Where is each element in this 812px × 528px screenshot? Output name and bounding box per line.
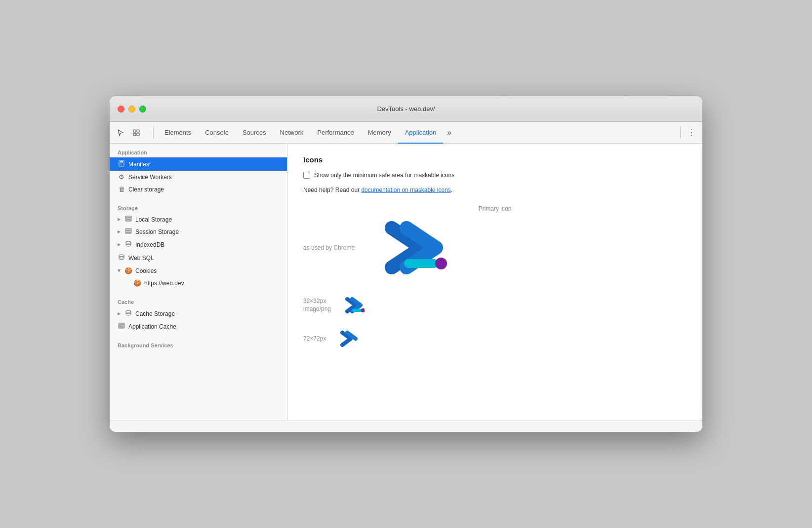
svg-rect-1 <box>137 130 139 132</box>
toolbar-tabs: Elements Console Sources Network Perform… <box>158 122 676 143</box>
devtools-window: DevTools - web.dev/ Elements Console <box>110 96 702 432</box>
sidebar: Application Manifest ⚙ Service Workers <box>110 144 287 420</box>
toolbar-right-divider <box>680 127 681 139</box>
cookies-label: Cookies <box>135 267 157 274</box>
statusbar <box>110 420 702 432</box>
sidebar-item-cookies-url[interactable]: 🍪 https://web.dev <box>110 277 287 289</box>
manifest-label: Manifest <box>128 161 151 168</box>
tab-performance[interactable]: Performance <box>310 122 361 144</box>
clear-storage-label: Clear storage <box>128 186 164 193</box>
svg-rect-18 <box>119 325 124 327</box>
tab-elements[interactable]: Elements <box>158 122 198 144</box>
svg-rect-0 <box>133 130 136 132</box>
inspect-icon[interactable] <box>129 126 143 140</box>
local-storage-expand-icon: ▶ <box>118 217 121 222</box>
sidebar-item-local-storage[interactable]: ▶ Local Storage <box>110 213 287 226</box>
help-text-suffix: . <box>451 187 452 193</box>
svg-rect-10 <box>125 220 131 221</box>
cookies-url-label: https://web.dev <box>144 280 184 287</box>
content-area: Icons Show only the minimum safe area fo… <box>287 144 702 420</box>
svg-rect-13 <box>125 232 131 233</box>
svg-rect-19 <box>119 327 124 328</box>
svg-rect-3 <box>137 133 139 136</box>
sidebar-item-manifest[interactable]: Manifest <box>110 157 287 171</box>
tab-console[interactable]: Console <box>198 122 236 144</box>
cookies-url-icon: 🍪 <box>133 279 141 287</box>
tab-application[interactable]: Application <box>398 122 444 144</box>
maskable-icons-label: Show only the minimum safe area for mask… <box>314 172 454 179</box>
cache-storage-icon <box>124 309 132 318</box>
indexeddb-label: IndexedDB <box>135 241 164 248</box>
toolbar: Elements Console Sources Network Perform… <box>110 122 702 144</box>
svg-rect-22 <box>352 309 362 312</box>
cache-storage-expand-icon: ▶ <box>118 311 121 316</box>
sidebar-item-session-storage[interactable]: ▶ Session Storage <box>110 226 287 238</box>
svg-rect-4 <box>119 160 124 166</box>
svg-point-14 <box>126 241 131 243</box>
background-services-section-label: Background Services <box>110 337 287 350</box>
sidebar-item-indexeddb[interactable]: ▶ IndexedDB <box>110 238 287 251</box>
indexeddb-icon <box>124 240 132 249</box>
cookies-icon: 🍪 <box>124 267 132 274</box>
svg-rect-12 <box>125 230 131 232</box>
svg-rect-9 <box>125 218 131 220</box>
icons-heading: Icons <box>303 155 687 164</box>
tab-sources[interactable]: Sources <box>236 122 273 144</box>
session-storage-label: Session Storage <box>135 228 179 235</box>
maskable-icons-row: Show only the minimum safe area for mask… <box>303 172 687 179</box>
indexeddb-expand-icon: ▶ <box>118 242 121 247</box>
tab-memory[interactable]: Memory <box>361 122 398 144</box>
minimize-button[interactable] <box>128 106 135 113</box>
cache-section-label: Cache <box>110 293 287 307</box>
svg-rect-5 <box>120 161 123 162</box>
svg-rect-17 <box>119 323 124 325</box>
maximize-button[interactable] <box>139 106 146 113</box>
primary-icon-preview <box>374 218 453 277</box>
web-sql-icon <box>118 254 125 262</box>
sidebar-item-application-cache[interactable]: Application Cache <box>110 320 287 333</box>
close-button[interactable] <box>118 106 124 113</box>
window-title: DevTools - web.dev/ <box>377 105 435 113</box>
svg-point-23 <box>361 308 365 312</box>
sidebar-item-clear-storage[interactable]: 🗑 Clear storage <box>110 183 287 195</box>
cookies-expand-icon: ▶ <box>117 269 122 272</box>
documentation-link[interactable]: documentation on maskable icons <box>361 187 450 193</box>
application-section-label: Application <box>110 144 287 157</box>
sidebar-item-service-workers[interactable]: ⚙ Service Workers <box>110 171 287 183</box>
local-storage-icon <box>124 216 132 223</box>
as-used-label: as used by Chrome <box>303 244 355 251</box>
titlebar: DevTools - web.dev/ <box>110 96 702 122</box>
main-layout: Application Manifest ⚙ Service Workers <box>110 144 702 420</box>
web-sql-label: Web SQL <box>128 255 154 262</box>
sidebar-item-web-sql[interactable]: Web SQL <box>110 251 287 264</box>
cursor-icon[interactable] <box>114 126 127 140</box>
icon-72-row: 72×72px <box>303 327 687 350</box>
maskable-icons-checkbox[interactable] <box>303 172 310 179</box>
icon-72-size: 72×72px <box>303 335 326 342</box>
local-storage-label: Local Storage <box>135 216 172 223</box>
svg-point-16 <box>126 310 131 312</box>
traffic-lights <box>118 106 146 113</box>
session-storage-icon <box>124 228 132 235</box>
session-storage-expand-icon: ▶ <box>118 229 121 234</box>
svg-rect-20 <box>404 259 439 268</box>
clear-storage-icon: 🗑 <box>118 186 125 193</box>
kebab-icon: ⋮ <box>688 128 695 137</box>
sidebar-item-cookies[interactable]: ▶ 🍪 Cookies <box>110 264 287 277</box>
svg-rect-11 <box>125 228 131 230</box>
svg-rect-8 <box>125 216 131 218</box>
svg-rect-2 <box>133 133 136 136</box>
more-tabs-button[interactable]: » <box>443 128 455 137</box>
icon-32-type: image/png <box>303 305 331 312</box>
cache-storage-label: Cache Storage <box>135 310 175 317</box>
svg-point-15 <box>119 255 124 257</box>
sidebar-item-cache-storage[interactable]: ▶ Cache Storage <box>110 307 287 320</box>
storage-section-label: Storage <box>110 199 287 213</box>
tab-network[interactable]: Network <box>273 122 311 144</box>
icon-32-preview <box>343 293 366 317</box>
help-text-prefix: Need help? Read our <box>303 187 361 193</box>
toolbar-icons <box>114 126 143 140</box>
devtools-menu-button[interactable]: ⋮ <box>685 126 698 140</box>
svg-rect-6 <box>120 163 123 163</box>
svg-point-21 <box>435 258 447 269</box>
